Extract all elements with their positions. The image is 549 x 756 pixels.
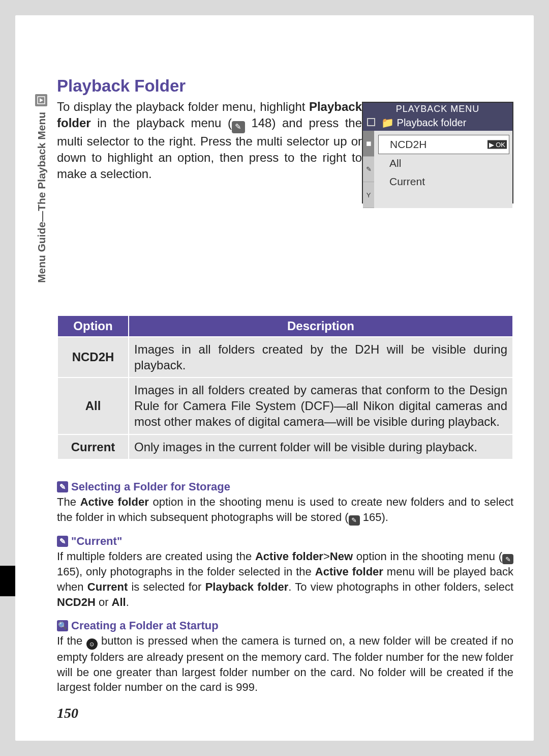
lcd-tab-camera-icon: ◼ — [363, 131, 374, 157]
th-description: Description — [129, 315, 513, 337]
note-bold: Current — [87, 580, 128, 593]
lcd-subtitle-text: Playback folder — [397, 117, 467, 128]
lcd-body: ◼ ✎ Y NCD2H OK All Current — [363, 131, 512, 208]
camera-lcd-mock: PLAYBACK MENU 📁 Playback folder ◼ ✎ Y NC… — [362, 102, 513, 203]
opt-cell: Current — [57, 434, 129, 459]
lcd-tab-wrench-icon: Y — [363, 182, 374, 208]
note-body-storage: The Active folder option in the shooting… — [57, 495, 513, 525]
note-heading-current: ✎ "Current" — [57, 535, 513, 548]
lcd-item-current: Current — [378, 172, 509, 191]
page-content: Playback Folder To display the playback … — [57, 76, 513, 720]
page-title: Playback Folder — [57, 76, 513, 96]
table-row: NCD2H Images in all folders created by t… — [57, 337, 513, 377]
side-section-label: Menu Guide—The Playback Menu — [35, 112, 49, 315]
lcd-item-all: All — [378, 154, 509, 172]
th-option: Option — [57, 315, 129, 337]
manual-page: Menu Guide—The Playback Menu Playback Fo… — [15, 15, 534, 741]
page-ref-icon: ✎ — [502, 554, 513, 564]
desc-cell: Only images in the current folder will b… — [129, 434, 513, 459]
opt-cell: NCD2H — [57, 337, 129, 377]
note-heading-startup: 🔍 Creating a Folder at Startup — [57, 619, 513, 632]
note-text: or — [96, 596, 112, 608]
lcd-title: PLAYBACK MENU — [363, 103, 512, 115]
note-bold: Active folder — [255, 550, 323, 563]
note-body-current: If multiple folders are created using th… — [57, 549, 513, 610]
pencil-icon: ✎ — [57, 536, 68, 547]
lcd-ok-indicator: OK — [487, 140, 507, 149]
lcd-item-ncd2h: NCD2H OK — [378, 135, 509, 154]
note-text: If multiple folders are created using th… — [57, 550, 255, 563]
note-title: Selecting a Folder for Storage — [71, 480, 230, 493]
note-bold: NCD2H — [57, 596, 96, 608]
note-text: is selected for — [128, 580, 205, 593]
magnifier-icon: 🔍 — [57, 620, 68, 631]
opt-cell: All — [57, 377, 129, 434]
desc-cell: Images in all folders created by the D2H… — [129, 337, 513, 377]
intro-paragraph: To display the playback folder menu, hig… — [57, 99, 362, 183]
note-text: option in the shooting menu ( — [353, 550, 502, 563]
note-text: button is pressed when the camera is tur… — [57, 634, 513, 694]
svg-marker-1 — [40, 98, 43, 102]
note-title: Creating a Folder at Startup — [71, 619, 219, 632]
note-text: If the — [57, 634, 86, 647]
intro-text: in the playback menu ( — [91, 116, 232, 130]
note-text: . To view photographs in other folders, … — [288, 580, 513, 593]
notes-block: ✎ Selecting a Folder for Storage The Act… — [57, 471, 513, 720]
page-number: 150 — [57, 705, 78, 721]
desc-cell: Images in all folders created by cameras… — [129, 377, 513, 434]
playback-section-icon — [35, 94, 47, 106]
lcd-item-label: NCD2H — [390, 138, 426, 150]
note-bold: All — [112, 596, 126, 608]
intro-text: To display the playback folder menu, hig… — [57, 100, 309, 113]
note-ref: 165 — [57, 565, 76, 578]
note-text: . — [126, 596, 129, 608]
note-body-startup: If the ⊙ button is pressed when the came… — [57, 633, 513, 720]
note-bold: Playback folder — [205, 580, 289, 593]
note-bold: Active folder — [80, 496, 149, 508]
page-ref-icon: ✎ — [232, 121, 245, 133]
lcd-items: NCD2H OK All Current — [378, 135, 509, 191]
note-bold: New — [330, 550, 353, 563]
note-text: The — [57, 496, 80, 508]
note-text: ), only photographs in the folder select… — [76, 565, 315, 578]
note-text: ). — [381, 511, 388, 524]
note-bold: Active folder — [315, 565, 383, 578]
note-heading-storage: ✎ Selecting a Folder for Storage — [57, 480, 513, 493]
page-ref-icon: ✎ — [349, 515, 360, 526]
options-table: Option Description NCD2H Images in all f… — [57, 315, 513, 460]
note-text: > — [323, 550, 330, 563]
note-title: "Current" — [71, 535, 122, 548]
lcd-tab-pencil-icon: ✎ — [363, 157, 374, 183]
camera-button-icon: ⊙ — [86, 638, 98, 650]
intro-ref-page: 148 — [251, 116, 271, 130]
note-ref: 165 — [363, 511, 382, 524]
edge-tab-marker — [0, 566, 15, 596]
lcd-icon-column: ◼ ✎ Y — [363, 131, 374, 208]
table-row: Current Only images in the current folde… — [57, 434, 513, 459]
table-row: All Images in all folders created by cam… — [57, 377, 513, 434]
pencil-icon: ✎ — [57, 481, 68, 492]
lcd-subtitle: 📁 Playback folder — [363, 115, 512, 131]
